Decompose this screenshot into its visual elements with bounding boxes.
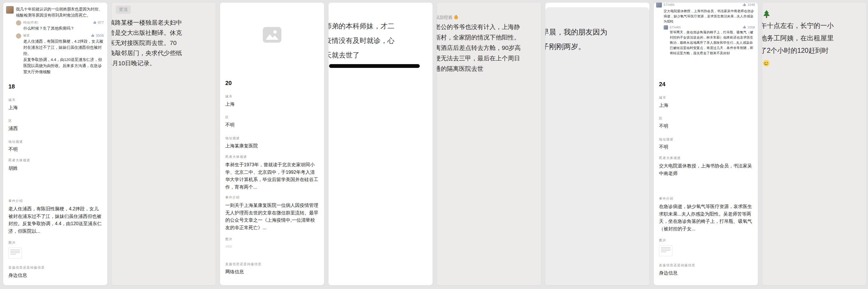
case-card-23[interactable]: 早晨，我的朋友因为子刚刚两岁。 23 城市 上海 区 不明 地址描述 不明 死者… — [545, 2, 650, 286]
thumbs-up-icon — [93, 21, 97, 24]
screenshot-text: 早晨，我的朋友因为子刚刚两岁。 — [545, 25, 649, 54]
screenshot-text-line: 曾是交大出版社翻译。休克 — [112, 28, 216, 38]
screenshot-text-line: 通的隔离医院去世 — [437, 64, 541, 74]
field-event: 事件介绍 老人住浦西，有陈旧性脑梗，4.2摔跤，女儿被封在浦东过不了江，妹妹们虽… — [8, 199, 102, 235]
field-address: 地址描述 上海某康复医院 — [225, 136, 319, 150]
field-label-direct: 直接信息还是间接信息 — [659, 263, 753, 267]
thumbnail-text-bar — [661, 252, 666, 252]
case-info: 19 城市 上海 区 长宁 地址描述 法华镇路某楼一楼 死者大体描述 法华镇路某… — [112, 285, 216, 286]
like-number: 1008 — [747, 26, 755, 29]
field-value-event: 在急诊病逝，缺少氧气等医疗资源，哀求医生求职未果...夫人亦感染为阳性。吴老师苦… — [659, 203, 753, 232]
thumbnail-text-bar — [10, 250, 20, 250]
field-label-city: 城市 — [659, 96, 753, 100]
field-label-district: 区 — [659, 116, 753, 120]
reply-text: 苦等两天，坐在急诊角落的椅子上，打吊瓶、吸氧气（被封控的子女设法送去的，杯水车薪… — [670, 30, 755, 56]
field-district: 区 不明 — [225, 115, 319, 129]
field-address: 地址描述 不明 — [8, 140, 102, 153]
thumbnail-text-bar — [10, 254, 16, 254]
field-direct: 直接信息还是间接信息 身边信息 — [659, 263, 753, 276]
screenshot-text-line: 午十点左右，长宁的一小 — [762, 20, 866, 32]
field-value-deceased: 交大电院退休教授，上海书协会员，书法家吴中南老师 — [659, 162, 753, 177]
like-count: 3506 — [91, 34, 104, 38]
thumbnail-text-bar — [10, 251, 20, 252]
case-card-22[interactable]: 鼠甜橙酱老公的爷爷也没有计入，上海静新村，全家阴的情况下他阳性。离酒店后差点转去… — [437, 2, 541, 286]
comment-text: 交大电院退休教授，上海书协会员，书法家吴中南老师在急诊病逝，缺少氧气等医疗资源，… — [664, 8, 755, 24]
field-value-district: 不明 — [225, 122, 319, 128]
comment-replies: ETHAN1008苦等两天，坐在急诊角落的椅子上，打吊瓶、吸氧气（被封控的子女设… — [664, 25, 755, 56]
case-card-24[interactable]: ETHAN1048交大电院退休教授，上海书协会员，书法家吴中南老师在急诊病逝，缺… — [653, 2, 758, 286]
screenshot-text-line: 子刚刚两岁。 — [545, 39, 649, 54]
thumbnail-text-bar — [10, 252, 20, 253]
like-count: 1008 — [743, 25, 755, 29]
screenshot-text-line: 疫情没有及时就诊，心 — [329, 33, 433, 48]
field-label-district: 区 — [8, 119, 102, 123]
card-number: 20 — [225, 73, 319, 87]
case-card-25[interactable]: 午十点左右，长宁的一小地务工阿姨，在出租屋里了2个小时的120赶到时 25 城市… — [762, 2, 867, 286]
field-label-image: 图片 — [659, 238, 753, 242]
case-info: 21 城市 上海 区 不明 地址描述 不明 死者大体描述 二十多岁女子 事件介绍… — [329, 285, 433, 286]
reply-author-row: 柿油(作者)977 — [23, 20, 104, 25]
image-placeholder-icon — [263, 27, 281, 43]
field-address: 地址描述 不明 — [659, 137, 753, 151]
thumbnail-slot — [659, 245, 753, 256]
case-screenshot: 早晨，我的朋友因为子刚刚两岁。 — [545, 3, 649, 285]
field-value-deceased: 李昶生于1973年，曾就读于北京史家胡同小学、北京二中、北京四中，于1992年考… — [225, 161, 319, 191]
pinned-badge: 置顶 — [116, 5, 131, 14]
reply-body: 敏宴3506老人住浦西，有陈旧性脑梗，4.2摔跤，女儿被封在浦东过不了江，妹妹们… — [23, 33, 104, 75]
avatar — [656, 3, 662, 7]
reply-body: ETHAN1008苦等两天，坐在急诊角落的椅子上，打吊瓶、吸氧气（被封控的子女设… — [670, 25, 755, 56]
thumbnail-text-bar — [661, 250, 670, 251]
card-gallery: 我几十年前就认识的一位胡姓朋友也是因为封控、核酸检测等原因没有得到及时救治而死亡… — [0, 0, 868, 288]
avatar — [16, 20, 21, 26]
card-number: 22 — [442, 285, 536, 286]
case-screenshot: 鼠甜橙酱老公的爷爷也没有计入，上海静新村，全家阴的情况下他阳性。离酒店后差点转去… — [437, 3, 541, 285]
field-value-address: 上海某康复医院 — [225, 143, 319, 149]
like-number: 977 — [98, 21, 104, 25]
screenshot-text: 师弟的本科师妹，才二疫情没有及时就诊，心天就去世了 — [329, 3, 433, 62]
field-district: 区 浦西 — [8, 119, 102, 133]
card-number: 23 — [551, 285, 644, 286]
field-city: 城市 上海 — [8, 98, 102, 112]
case-info: 23 城市 上海 区 不明 地址描述 不明 死者大体描述 不明男性，有个两岁的儿… — [545, 285, 649, 286]
case-card-19[interactable]: 置顶镇路某楼一楼独居老夫妇中曾是交大出版社翻译。休克医无对接医院而去世。70晚敲… — [111, 2, 216, 286]
screenshot-text-line: 地务工阿姨，在出租屋里 — [762, 32, 866, 44]
avatar — [664, 25, 668, 30]
field-image: 图片 — [659, 238, 753, 257]
field-label-deceased: 死者大体描述 — [659, 156, 753, 160]
field-label-address: 地址描述 — [8, 140, 102, 144]
field-value-event: 一则关于上海某康复医院一位病人因疫情管理无人护理而去世的文章在微信群里流转。最早… — [225, 202, 319, 231]
commenter-name: 敏宴 — [23, 33, 30, 38]
image-thumbnail[interactable] — [8, 248, 22, 258]
reply-text: 什么时候？生了其他疾病吗？ — [23, 25, 104, 31]
thumbnail-lines — [661, 247, 670, 254]
like-number: 1048 — [747, 3, 755, 6]
case-card-18[interactable]: 我几十年前就认识的一位胡姓朋友也是因为封控、核酸检测等原因没有得到及时救治而死亡… — [3, 2, 107, 286]
reply-text: 老人住浦西，有陈旧性脑梗，4.2摔跤，女儿被封在浦东过不了江，妹妹们虽住浦西但也… — [23, 38, 104, 75]
field-label-direct: 直接信息还是间接信息 — [225, 262, 319, 266]
field-value-district: 不明 — [659, 123, 753, 130]
thumbnail-slot — [8, 248, 102, 258]
case-card-20[interactable]: 20 城市 上海 区 不明 地址描述 上海某康复医院 死者大体描述 李昶生于19… — [220, 2, 324, 286]
field-label-address: 地址描述 — [225, 136, 319, 140]
image-thumbnail[interactable] — [659, 245, 672, 256]
field-value-direct: 网络信息 — [225, 269, 319, 275]
field-label-address: 地址描述 — [659, 137, 753, 141]
image-loading-pill[interactable] — [225, 245, 232, 248]
case-info: 25 城市 上海 区 长宁 地址描述 不明 死者大体描述 50岁的外地务工阿姨 … — [762, 285, 866, 286]
thumbnail-lines — [10, 249, 20, 257]
field-deceased: 死者大体描述 李昶生于1973年，曾就读于北京史家胡同小学、北京二中、北京四中，… — [225, 155, 319, 191]
field-value-direct: 身边信息 — [8, 272, 102, 279]
field-value-direct: 身边信息 — [659, 270, 753, 276]
field-value-city: 上海 — [8, 104, 102, 111]
case-screenshot: 我几十年前就认识的一位胡姓朋友也是因为封控、核酸检测等原因没有得到及时救治而死亡… — [3, 3, 107, 76]
card-number: 21 — [334, 285, 427, 286]
case-card-21[interactable]: 师弟的本科师妹，才二疫情没有及时就诊，心天就去世了 21 城市 上海 区 不明 … — [328, 2, 433, 286]
commenter-name-row: 鼠甜橙酱 — [437, 15, 541, 20]
commenter-name: 柿油(作者) — [23, 20, 38, 25]
crying-emoji-icon — [763, 60, 770, 67]
comment-text: 我几十年前就认识的一位胡姓朋友也是因为封控、核酸检测等原因没有得到及时救治而死亡… — [16, 6, 104, 18]
card-number: 24 — [659, 74, 753, 88]
field-district: 区 不明 — [659, 116, 753, 130]
field-direct: 直接信息还是间接信息 身边信息 — [8, 265, 102, 279]
reply-author-row: 敏宴3506 — [23, 33, 104, 38]
